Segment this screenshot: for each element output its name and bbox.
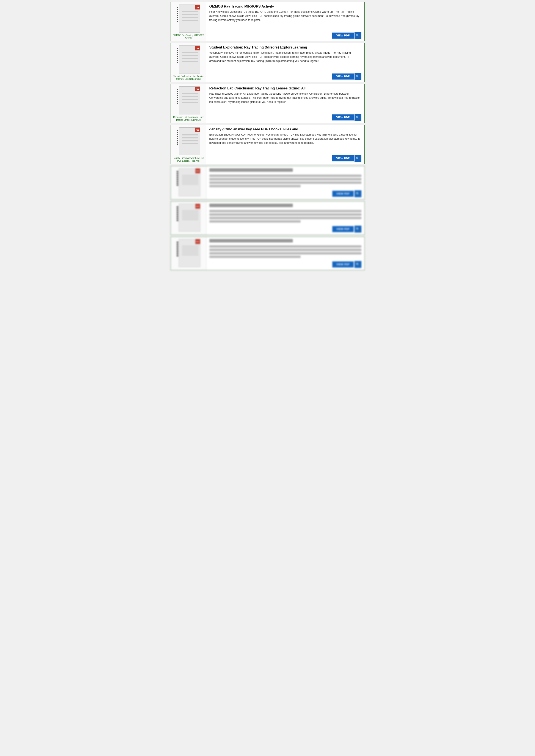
card-body-3: Ray Tracing Lenses Gizmo: All Exploratio…: [210, 92, 361, 112]
search-icon-button-5[interactable]: 🔍: [354, 190, 361, 197]
card-title-3: Refraction Lab Conclusion: Ray Tracing L…: [210, 86, 361, 90]
result-card-7: PDFVIEW PDF🔍: [171, 237, 365, 270]
view-pdf-button-6[interactable]: VIEW PDF: [332, 226, 353, 232]
view-pdf-button-4[interactable]: VIEW PDF: [332, 155, 353, 161]
card-thumbnail-7: PDF: [171, 237, 206, 270]
result-card-4: PDFDensity Gizmo Answer Key Free PDF Ebo…: [171, 125, 365, 164]
card-thumbnail-1: PDFGIZMOS Ray Tracing MIRRORS Activity: [171, 2, 206, 41]
search-icon-button-1[interactable]: 🔍: [354, 32, 361, 39]
card-body-4: Exploration Sheet Answer Key; Teacher Gu…: [210, 133, 361, 153]
search-icon-button-4[interactable]: 🔍: [354, 155, 361, 162]
card-body-2: Vocabulary: concave mirror, convex mirro…: [210, 51, 361, 71]
view-pdf-button-7[interactable]: VIEW PDF: [332, 261, 353, 267]
result-card-6: PDFVIEW PDF🔍: [171, 201, 365, 235]
card-content-4: density gizmo answer key Free PDF Ebooks…: [206, 125, 364, 164]
result-card-3: PDFRefraction Lab Conclusion: Ray Tracin…: [171, 84, 365, 123]
search-icon-button-2[interactable]: 🔍: [354, 73, 361, 80]
card-title-4: density gizmo answer key Free PDF Ebooks…: [210, 127, 361, 131]
card-content-1: GIZMOS Ray Tracing MIRRORS ActivityPrior…: [206, 2, 364, 41]
thumbnail-caption-1: GIZMOS Ray Tracing MIRRORS Activity: [172, 34, 205, 40]
card-thumbnail-6: PDF: [171, 202, 206, 235]
thumbnail-caption-3: Refraction Lab Conclusion: Ray Tracing L…: [172, 116, 205, 121]
view-pdf-button-5[interactable]: VIEW PDF: [332, 191, 353, 197]
results-container: PDFGIZMOS Ray Tracing MIRRORS ActivityGI…: [171, 2, 365, 270]
card-content-3: Refraction Lab Conclusion: Ray Tracing L…: [206, 84, 364, 123]
card-content-2: Student Exploration: Ray Tracing (Mirror…: [206, 43, 364, 82]
card-thumbnail-4: PDFDensity Gizmo Answer Key Free PDF Ebo…: [171, 125, 206, 164]
card-content-5: VIEW PDF🔍: [206, 166, 364, 199]
blurred-title-6: [210, 204, 293, 207]
thumbnail-caption-2: Student Exploration: Ray Tracing (Mirror…: [172, 75, 205, 80]
search-icon-button-7[interactable]: 🔍: [354, 261, 361, 268]
blurred-title-7: [210, 239, 293, 242]
card-thumbnail-3: PDFRefraction Lab Conclusion: Ray Tracin…: [171, 84, 206, 123]
card-content-6: VIEW PDF🔍: [206, 202, 364, 235]
card-title-2: Student Exploration: Ray Tracing (Mirror…: [210, 45, 361, 49]
search-icon-button-3[interactable]: 🔍: [354, 114, 361, 121]
card-footer-5: VIEW PDF🔍: [210, 190, 361, 197]
card-body-1: Prior Knowledge Questions (Do these BEFO…: [210, 10, 361, 30]
search-icon-button-6[interactable]: 🔍: [354, 226, 361, 232]
thumbnail-caption-4: Density Gizmo Answer Key Free PDF Ebooks…: [172, 157, 205, 162]
card-content-7: VIEW PDF🔍: [206, 237, 364, 270]
card-footer-7: VIEW PDF🔍: [210, 261, 361, 268]
result-card-1: PDFGIZMOS Ray Tracing MIRRORS ActivityGI…: [171, 2, 365, 41]
card-footer-2: VIEW PDF🔍: [210, 73, 361, 80]
card-footer-3: VIEW PDF🔍: [210, 114, 361, 121]
view-pdf-button-2[interactable]: VIEW PDF: [332, 73, 353, 80]
card-thumbnail-5: PDF: [171, 166, 206, 199]
view-pdf-button-1[interactable]: VIEW PDF: [332, 33, 353, 39]
result-card-2: PDFStudent Exploration: Ray Tracing (Mir…: [171, 43, 365, 82]
result-card-5: PDFVIEW PDF🔍: [171, 166, 365, 200]
card-footer-6: VIEW PDF🔍: [210, 226, 361, 232]
view-pdf-button-3[interactable]: VIEW PDF: [332, 115, 353, 121]
blurred-title-5: [210, 168, 293, 172]
card-title-1: GIZMOS Ray Tracing MIRRORS Activity: [210, 5, 361, 9]
card-footer-1: VIEW PDF🔍: [210, 32, 361, 39]
card-thumbnail-2: PDFStudent Exploration: Ray Tracing (Mir…: [171, 43, 206, 82]
card-footer-4: VIEW PDF🔍: [210, 155, 361, 162]
